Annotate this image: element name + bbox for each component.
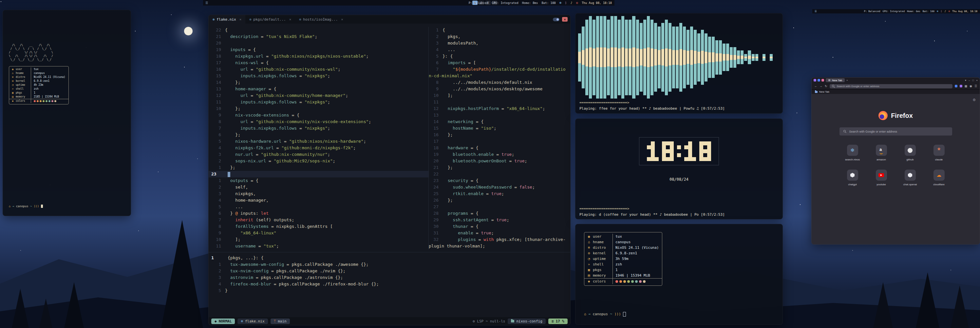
code-line: 2 sops-nix.url = "github:Mic92/sops-nix"… [208,158,428,164]
line-number: 20 [208,40,225,46]
moon [184,27,192,35]
url-placeholder: Search with Google or enter address [837,85,880,88]
shell-prompt[interactable]: ⌂ → canopus ~ ))) [584,312,626,317]
editor-close-button[interactable]: × [562,17,568,22]
back-icon[interactable]: ← [814,84,817,88]
shortcut-tile[interactable]: ❄search.nixos [838,145,867,161]
stars [1,1,1,2]
shortcut-tile[interactable]: chatgpt [838,170,867,186]
volume-icon[interactable]: ♪ [945,10,946,13]
tab-close-icon[interactable]: × [341,17,343,22]
nix-icon[interactable]: ❄ [560,1,562,5]
scroll-position: ≡ 17 % [548,318,568,324]
new-tab-button[interactable]: + [846,79,848,82]
color-dot [54,100,56,102]
prompt-arrow: → [13,204,14,208]
editor-window: ❄flake.nix×❄pkgs/default...×❄hosts/isoIm… [208,15,571,325]
bitwarden-extension-icon[interactable] [955,85,958,87]
extensions-icon[interactable]: ▦ [965,84,967,88]
code-text: }; [442,197,453,204]
nav-icons: ▦◉☰ [955,84,977,88]
line-number: 9 [429,86,442,92]
shell-prompt[interactable]: ⌂ → canopus ~ ))) [9,204,43,208]
line-number: 5 [429,53,442,60]
tab-list-icon[interactable]: ▾ [965,79,966,82]
buffer-toggle[interactable] [553,18,560,21]
firefox-tabbar: New Tab + ▾ –□× [811,78,980,83]
cava-bar [762,54,765,61]
editor-tab[interactable]: ❄flake.nix× [208,15,245,24]
power-icon[interactable]: ⊙ [948,10,950,13]
tab-close-icon[interactable]: × [239,17,242,22]
cava-bar [668,23,671,92]
line-number: 28 [429,210,442,217]
color-dot [631,280,634,283]
code-line: 7 "${modulesPath}/installer/cd-dvd/insta… [429,66,570,73]
extension-icon[interactable] [960,85,963,87]
visualizer-window: ======================> Playing: ffee fo… [575,13,783,114]
editor-tab[interactable]: ❄hosts/isoImag...× [295,15,347,24]
browser-tab[interactable]: New Tab [826,78,845,82]
launcher-icon[interactable]: ☰ [812,10,819,13]
line-number: 4 [429,46,442,53]
code-line: 17 nixos-wsl = { [208,60,428,66]
launcher-icon[interactable]: ☰ [203,1,210,5]
fetch-value: 2185 | 15394 MiB [31,95,68,99]
line-number: 19 [208,46,225,53]
power-icon[interactable]: ⊙ [576,1,578,5]
close-button[interactable]: × [976,79,978,82]
firefox-logo-icon [878,111,888,120]
line-number: 4 [208,145,225,151]
cava-bar [607,20,610,95]
cava-bar [676,27,679,89]
fetch-value: 4h 23m [31,83,68,87]
account-icon[interactable]: ◉ [969,84,972,88]
shortcut-tile[interactable]: chat.openai [896,170,924,186]
editor-tab[interactable]: ❄pkgs/default...× [245,15,295,24]
buffer-pkgs-default[interactable]: 1{pkgs, ...}: {1 tux-awesome-wm-config =… [208,252,570,294]
fetch-icon: ❄ [584,245,592,250]
maximize-button[interactable]: □ [972,79,974,82]
newtab-search-input[interactable]: Search with Google or enter address [840,127,952,136]
url-bar[interactable]: Search with Google or enter address [830,84,953,89]
code-text: inputs.nixpkgs.follows = "nixpkgs"; [225,125,330,132]
fetch-label: distro [592,245,612,250]
shortcut-tile[interactable]: *claude [924,145,953,161]
shortcut-tile[interactable]: aamazon [867,145,896,161]
buffer-iso-image[interactable]: 1{2 pkgs,3 modulesPath,4 ...5}: {6 impor… [429,27,570,249]
shortcut-tile[interactable]: youtube [867,170,896,186]
openai-icon [908,173,912,177]
forward-icon[interactable]: → [819,84,822,88]
tab-close-icon[interactable]: × [289,17,291,22]
branch-name: main [278,319,286,323]
code-line: 20 bluetooth.powerOnBoot = true; [429,158,570,164]
nix-icon[interactable]: ❄ [937,10,939,13]
code-text: networking = { [442,119,484,125]
line-number: 6 [208,210,225,217]
pinned-tab-1[interactable] [814,79,816,81]
cava-bar [636,20,639,95]
clock-digit [677,141,681,161]
pinned-tab-3[interactable] [821,79,824,81]
personalize-gear-icon[interactable]: ⚙ [972,98,976,102]
menu-icon[interactable]: ☰ [974,84,977,88]
volume-icon[interactable]: ♪ [571,1,573,5]
pinned-tab-2[interactable] [818,79,820,81]
bookmark-item[interactable]: New Tab [819,90,829,93]
cava-bar [665,20,668,95]
brand-name: Firefox [891,112,913,119]
buffer-flake-nix[interactable]: 22{21 description = "tux's NixOS Flake";… [208,27,428,249]
progress-separator: ======================> [579,100,629,105]
shortcut-tile[interactable]: ☁cloudflare [924,170,953,186]
reload-icon[interactable]: ↻ [825,84,827,88]
lsp-status: ⚙ LSP ~ null-ls [473,319,505,323]
code-line: 22{ [208,27,428,33]
shortcut-tile[interactable]: github [896,145,924,161]
line-number: 23 [429,177,442,184]
cava-bar [578,33,581,81]
bluetooth-icon[interactable]: ᛒ [565,1,567,5]
minimize-button[interactable]: – [969,79,970,82]
bluetooth-icon[interactable]: ᛒ [941,10,942,13]
code-text: thunar = { [442,223,479,230]
code-line: 27 [429,204,570,210]
